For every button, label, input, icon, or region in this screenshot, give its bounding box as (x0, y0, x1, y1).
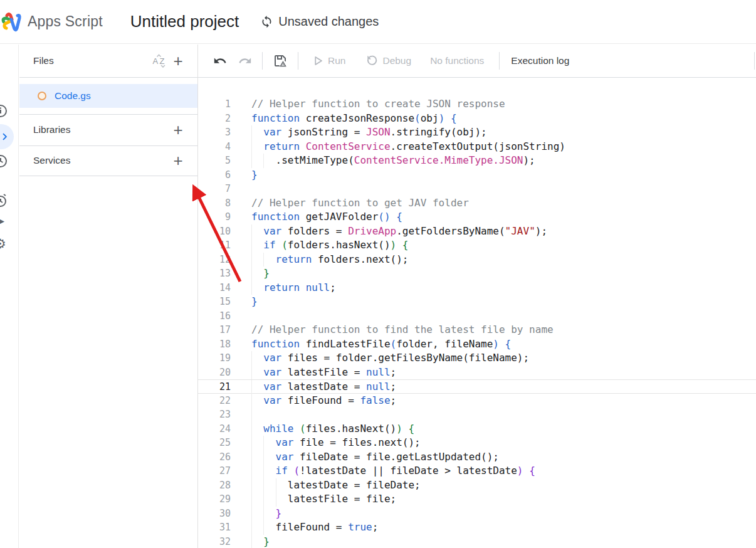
line-number[interactable]: 17 (198, 323, 231, 337)
add-file-button[interactable]: + (169, 51, 187, 70)
line-number[interactable]: 28 (198, 478, 231, 493)
line-number[interactable]: 18 (198, 337, 231, 352)
code-line[interactable]: 29latestFile = file; (198, 492, 756, 507)
line-number[interactable]: 14 (198, 281, 231, 295)
code-line[interactable]: 31fileFound = true; (198, 520, 756, 535)
code-line[interactable]: 25var file = files.next(); (198, 436, 756, 450)
line-number[interactable]: 27 (198, 464, 231, 478)
line-number[interactable]: 9 (198, 210, 231, 224)
svg-text:Z: Z (160, 56, 165, 66)
file-name[interactable]: Code.gs (55, 90, 91, 102)
nav-overview-icon[interactable] (0, 103, 8, 121)
line-number[interactable]: 1 (198, 97, 231, 112)
undo-button[interactable] (211, 51, 229, 70)
code-line[interactable]: 32} (198, 535, 756, 548)
file-row-code-gs[interactable]: Code.gs (19, 84, 197, 108)
project-title[interactable]: Untitled project (130, 12, 239, 31)
nav-project-settings-icon[interactable]: ⚙ (0, 237, 6, 250)
line-number[interactable]: 4 (198, 140, 231, 154)
add-service-button[interactable]: + (169, 151, 187, 170)
indent-guide (263, 436, 275, 450)
line-number[interactable]: 20 (198, 366, 231, 380)
line-number[interactable]: 16 (198, 309, 231, 324)
nav-executions-icon[interactable]: ▶ (0, 216, 4, 226)
code-line[interactable]: 23 (198, 408, 756, 422)
line-number[interactable]: 21 (198, 380, 231, 394)
redo-button[interactable] (236, 51, 255, 70)
line-number[interactable]: 15 (198, 295, 231, 309)
line-number[interactable]: 12 (198, 253, 231, 267)
nav-editor-icon[interactable] (0, 124, 14, 149)
code-token: return (276, 253, 312, 265)
line-number[interactable]: 3 (198, 125, 231, 140)
line-number[interactable]: 6 (198, 168, 231, 182)
code-line[interactable]: 8// Helper function to get JAV folder (198, 196, 756, 211)
line-number[interactable]: 10 (198, 224, 231, 239)
run-button[interactable]: Run (310, 53, 348, 69)
line-number[interactable]: 8 (198, 196, 231, 211)
line-number[interactable]: 22 (198, 394, 231, 408)
line-number[interactable]: 23 (198, 408, 231, 422)
function-select[interactable]: No functions (430, 55, 484, 66)
add-library-button[interactable]: + (169, 120, 187, 139)
code-line[interactable]: 24while (files.hasNext()) { (198, 422, 756, 436)
code-token (402, 423, 409, 435)
line-number[interactable]: 32 (198, 535, 231, 548)
code-line[interactable]: 22var fileFound = false; (198, 394, 756, 408)
execution-log-label: Execution log (511, 55, 569, 66)
line-number[interactable]: 11 (198, 238, 231, 253)
line-number[interactable]: 31 (198, 520, 231, 535)
code-token: !latestDate || fileDate > latestDate (300, 465, 517, 477)
code-line[interactable]: 5.setMimeType(ContentService.MimeType.JS… (198, 154, 756, 168)
code-token: while (263, 423, 293, 435)
line-number[interactable]: 2 (198, 112, 231, 126)
code-line[interactable]: 30} (198, 507, 756, 521)
code-line[interactable]: 6} (198, 168, 756, 182)
line-number[interactable]: 5 (198, 154, 231, 168)
code-line[interactable]: 2function createJsonResponse(obj) { (198, 112, 756, 126)
nav-triggers-icon[interactable] (0, 193, 8, 211)
redo-icon (238, 54, 252, 68)
debug-button[interactable]: Debug (363, 52, 414, 70)
code-line[interactable]: 7 (198, 182, 756, 196)
code-line[interactable]: 16 (198, 309, 756, 324)
files-panel: Files A Z + Code.gs Libraries + Services… (19, 45, 197, 548)
code-line[interactable]: 3var jsonString = JSON.stringify(obj); (198, 125, 756, 140)
debug-label: Debug (382, 55, 411, 66)
code-line[interactable]: 13} (198, 266, 756, 281)
line-number[interactable]: 30 (198, 507, 231, 521)
execution-log-button[interactable]: Execution log (508, 53, 572, 69)
code-line[interactable]: 10var folders = DriveApp.getFoldersByNam… (198, 224, 756, 239)
code-token: fileDate = file.getLastUpdated(); (293, 451, 499, 463)
code-line[interactable]: 9function getJAVFolder() { (198, 210, 756, 224)
line-number[interactable]: 13 (198, 266, 231, 281)
line-number[interactable]: 26 (198, 450, 231, 465)
sort-az-icon[interactable]: A Z (150, 51, 169, 70)
code-line[interactable]: 28latestDate = fileDate; (198, 478, 756, 493)
code-line[interactable]: 4return ContentService.createTextOutput(… (198, 140, 756, 154)
line-number[interactable]: 19 (198, 351, 231, 366)
code-line[interactable]: 26var fileDate = file.getLastUpdated(); (198, 450, 756, 465)
code-line[interactable]: 18function findLatestFile(folder, fileNa… (198, 337, 756, 352)
line-number[interactable]: 29 (198, 492, 231, 507)
code-token: latestDate = fileDate; (288, 479, 421, 491)
code-line[interactable]: 19var files = folder.getFilesByName(file… (198, 351, 756, 366)
line-number[interactable]: 24 (198, 422, 231, 436)
save-button[interactable] (270, 51, 290, 71)
code-line[interactable]: 1// Helper function to create JSON respo… (198, 97, 756, 112)
code-line[interactable]: 21var latestDate = null; (198, 379, 756, 394)
line-number[interactable]: 25 (198, 436, 231, 450)
code-line[interactable]: 11if (folders.hasNext()) { (198, 238, 756, 253)
code-area[interactable]: 1// Helper function to create JSON respo… (198, 78, 756, 548)
code-line[interactable]: 17// Helper function to find the latest … (198, 323, 756, 337)
code-line[interactable]: 15} (198, 295, 756, 309)
code-line[interactable]: 12return folders.next(); (198, 253, 756, 267)
code-line[interactable]: 27if (!latestDate || fileDate > latestDa… (198, 464, 756, 478)
line-number[interactable]: 7 (198, 182, 231, 196)
code-line[interactable]: 14return null; (198, 281, 756, 295)
indent-guide (263, 492, 275, 507)
code-token: ContentService.MimeType.JSON (354, 154, 523, 166)
nav-project-history-icon[interactable] (0, 154, 8, 171)
code-line[interactable]: 20var latestFile = null; (198, 366, 756, 380)
indent-guide (251, 281, 263, 295)
